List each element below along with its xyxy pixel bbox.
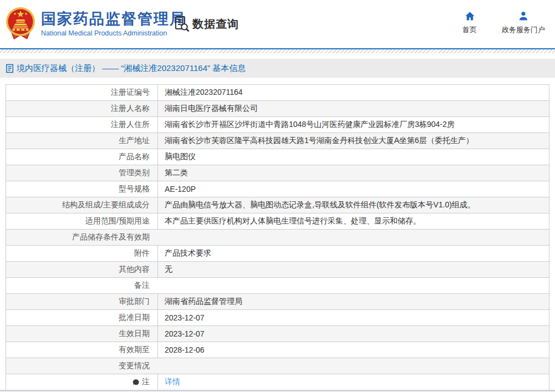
row-label: 审批部门 xyxy=(6,294,157,309)
row-label: 适用范围/预期用途 xyxy=(6,213,157,229)
table-row: 附件产品技术要求 xyxy=(6,246,549,262)
table-row: 注册人住所湖南省长沙市开福区沙坪街道中青路1048号山河医药健康产业园标准厂房3… xyxy=(6,117,549,133)
table-row: 注详情 xyxy=(6,374,549,390)
row-value: 无 xyxy=(157,262,549,277)
table-row: 其他内容无 xyxy=(6,262,549,278)
row-value: 脑电图仪 xyxy=(157,149,549,165)
row-label: 产品名称 xyxy=(6,149,157,165)
row-label: 管理类别 xyxy=(6,165,157,181)
table-row: 注册证编号湘械注准20232071164 xyxy=(6,85,549,101)
row-label: 备注 xyxy=(6,278,157,293)
china-national-emblem-icon xyxy=(4,6,37,42)
table-row: 注册人名称湖南日电医疗器械有限公司 xyxy=(6,101,549,117)
agency-logo: 国家药品监督管理局 National Medical Products Admi… xyxy=(4,6,186,42)
row-value: 2028-12-06 xyxy=(157,342,549,358)
row-value: 湖南省药品监督管理局 xyxy=(157,294,549,309)
row-label: 注册人名称 xyxy=(6,101,157,116)
table-row: 变更情况 xyxy=(6,358,549,374)
agency-subtitle: National Medical Products Administration xyxy=(41,29,186,37)
row-value: 第二类 xyxy=(157,165,549,181)
document-search-icon xyxy=(174,15,190,33)
table-row: 生效日期2023-12-07 xyxy=(6,326,549,342)
row-label: 其他内容 xyxy=(6,262,157,277)
detail-link[interactable]: 详情 xyxy=(165,377,180,387)
portal-nav[interactable]: 政务服务门户 xyxy=(502,11,545,35)
agency-title: 国家药品监督管理局 xyxy=(41,11,186,28)
row-value: AE-120P xyxy=(157,181,549,197)
row-value xyxy=(157,358,549,374)
row-label: 有效期至 xyxy=(6,342,157,358)
row-value: 湖南省长沙市开福区沙坪街道中青路1048号山河医药健康产业园标准厂房3栋904-… xyxy=(157,117,549,133)
row-label: 结构及组成/主要组成成分 xyxy=(6,197,157,213)
row-value: 本产品主要供医疗机构对人体脑电生理信号进行采集、处理、显示和储存。 xyxy=(157,213,549,229)
data-query-nav[interactable]: 数据查询 xyxy=(174,15,239,33)
user-icon xyxy=(518,11,528,21)
table-row: 结构及组成/主要组成成分产品由脑电信号放大器、脑电图动态记录盒,导联线及软件组件… xyxy=(6,197,549,213)
row-value xyxy=(157,278,549,293)
row-label: 注册证编号 xyxy=(6,85,157,100)
app-header: 国家药品监督管理局 National Medical Products Admi… xyxy=(0,0,555,48)
table-row: 管理类别第二类 xyxy=(6,165,549,181)
row-value: 详情 xyxy=(157,374,549,390)
row-value xyxy=(157,230,549,245)
table-row: 批准日期2023-12-07 xyxy=(6,310,549,326)
row-value: 湘械注准20232071164 xyxy=(157,85,549,100)
row-label: 附件 xyxy=(6,246,157,261)
home-icon xyxy=(465,11,475,21)
table-row: 审批部门湖南省药品监督管理局 xyxy=(6,294,549,310)
breadcrumb: 境内医疗器械（注册） —— “湘械注准20232071164” 基本信息 xyxy=(0,59,555,78)
row-label: 产品储存条件及有效期 xyxy=(6,230,157,245)
table-row: 产品储存条件及有效期 xyxy=(6,230,549,246)
row-value: 湖南日电医疗器械有限公司 xyxy=(157,101,549,116)
document-list-icon xyxy=(6,64,14,73)
header-hatch-strip xyxy=(0,49,555,53)
row-value: 2023-12-07 xyxy=(157,310,549,325)
row-label: 生效日期 xyxy=(6,326,157,342)
table-row: 生产地址湖南省长沙市芙蓉区隆平高科技园雄天路1号湖南金丹科技创业大厦A坐第6层（… xyxy=(6,133,549,149)
table-row: 型号规格AE-120P xyxy=(6,181,549,197)
portal-label: 政务服务门户 xyxy=(502,25,545,35)
row-label: 变更情况 xyxy=(6,358,157,374)
breadcrumb-text: 境内医疗器械（注册） —— “湘械注准20232071164” 基本信息 xyxy=(17,63,246,74)
info-table: 注册证编号湘械注准20232071164注册人名称湖南日电医疗器械有限公司注册人… xyxy=(6,84,549,390)
row-label: 注 xyxy=(6,374,157,390)
data-query-label: 数据查询 xyxy=(192,17,239,32)
row-value: 2023-12-07 xyxy=(157,326,549,342)
table-row: 有效期至2028-12-06 xyxy=(6,342,549,358)
row-label: 批准日期 xyxy=(6,310,157,325)
row-label: 注册人住所 xyxy=(6,117,157,133)
row-value: 产品技术要求 xyxy=(157,246,549,261)
row-label: 生产地址 xyxy=(6,133,157,149)
table-row: 产品名称脑电图仪 xyxy=(6,149,549,165)
table-row: 适用范围/预期用途本产品主要供医疗机构对人体脑电生理信号进行采集、处理、显示和储… xyxy=(6,213,549,230)
home-label: 首页 xyxy=(462,25,477,35)
table-row: 备注 xyxy=(6,278,549,294)
footer-divider xyxy=(0,390,555,391)
comment-icon xyxy=(133,379,140,386)
row-value: 产品由脑电信号放大器、脑电图动态记录盒,导联线及软件组件(软件发布版本号V1.0… xyxy=(157,197,549,213)
row-value: 湖南省长沙市芙蓉区隆平高科技园雄天路1号湖南金丹科技创业大厦A坐第6层（委托生产… xyxy=(157,133,549,149)
row-label: 型号规格 xyxy=(6,181,157,197)
home-nav[interactable]: 首页 xyxy=(456,11,483,35)
